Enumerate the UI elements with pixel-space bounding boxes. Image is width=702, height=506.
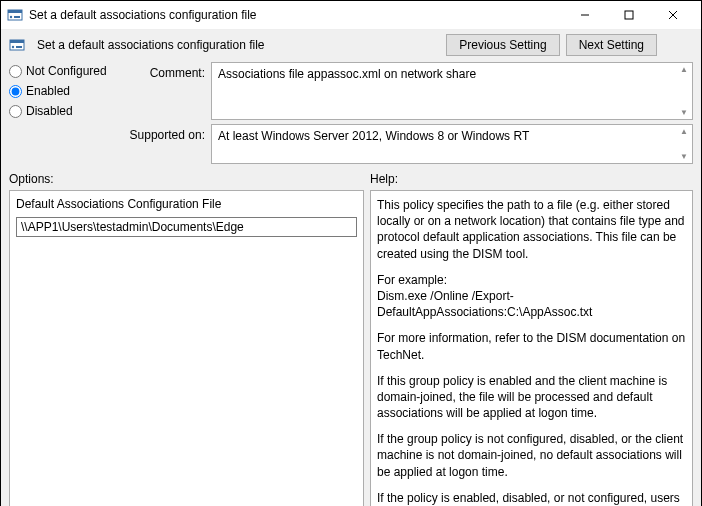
- state-radio-group: Not Configured Enabled Disabled: [9, 62, 109, 164]
- option-field-label: Default Associations Configuration File: [16, 197, 357, 211]
- radio-disabled[interactable]: Disabled: [9, 104, 109, 118]
- comment-label: Comment:: [117, 62, 205, 80]
- svg-rect-5: [625, 11, 633, 19]
- comment-textarea[interactable]: Associations file appassoc.xml on networ…: [211, 62, 693, 120]
- supported-value: At least Windows Server 2012, Windows 8 …: [218, 129, 529, 143]
- help-paragraph: For more information, refer to the DISM …: [377, 330, 686, 362]
- radio-label: Enabled: [26, 84, 70, 98]
- supported-on-box: At least Windows Server 2012, Windows 8 …: [211, 124, 693, 164]
- svg-rect-9: [10, 40, 24, 43]
- help-paragraph: For example:Dism.exe /Online /Export-Def…: [377, 272, 686, 321]
- radio-label: Not Configured: [26, 64, 107, 78]
- scroll-icon: ▲▼: [678, 65, 690, 117]
- close-button[interactable]: [651, 1, 695, 29]
- previous-setting-button[interactable]: Previous Setting: [446, 34, 559, 56]
- scroll-icon: ▲▼: [678, 127, 690, 161]
- titlebar: Set a default associations configuration…: [1, 1, 701, 30]
- comment-value: Associations file appassoc.xml on networ…: [218, 67, 476, 81]
- svg-point-10: [12, 46, 14, 48]
- supported-label: Supported on:: [117, 124, 205, 142]
- next-setting-button[interactable]: Next Setting: [566, 34, 657, 56]
- minimize-button[interactable]: [563, 1, 607, 29]
- maximize-button[interactable]: [607, 1, 651, 29]
- window-title: Set a default associations configuration…: [29, 8, 563, 22]
- policy-icon: [9, 37, 25, 53]
- help-paragraph: If the group policy is not configured, d…: [377, 431, 686, 480]
- options-panel: Default Associations Configuration File: [9, 190, 364, 506]
- options-label: Options:: [9, 172, 364, 186]
- policy-editor-window: Set a default associations configuration…: [0, 0, 702, 506]
- svg-rect-3: [14, 16, 20, 18]
- radio-not-configured[interactable]: Not Configured: [9, 64, 109, 78]
- svg-rect-11: [16, 46, 22, 48]
- help-paragraph: This policy specifies the path to a file…: [377, 197, 686, 262]
- page-title: Set a default associations configuration…: [37, 38, 264, 52]
- help-paragraph: If this group policy is enabled and the …: [377, 373, 686, 422]
- svg-rect-1: [8, 10, 22, 13]
- content-area: Set a default associations configuration…: [1, 30, 701, 506]
- help-label: Help:: [370, 172, 693, 186]
- svg-point-2: [10, 16, 12, 18]
- help-paragraph: If the policy is enabled, disabled, or n…: [377, 490, 686, 506]
- radio-label: Disabled: [26, 104, 73, 118]
- policy-icon: [7, 7, 23, 23]
- help-panel: This policy specifies the path to a file…: [370, 190, 693, 506]
- config-file-path-input[interactable]: [16, 217, 357, 237]
- radio-enabled[interactable]: Enabled: [9, 84, 109, 98]
